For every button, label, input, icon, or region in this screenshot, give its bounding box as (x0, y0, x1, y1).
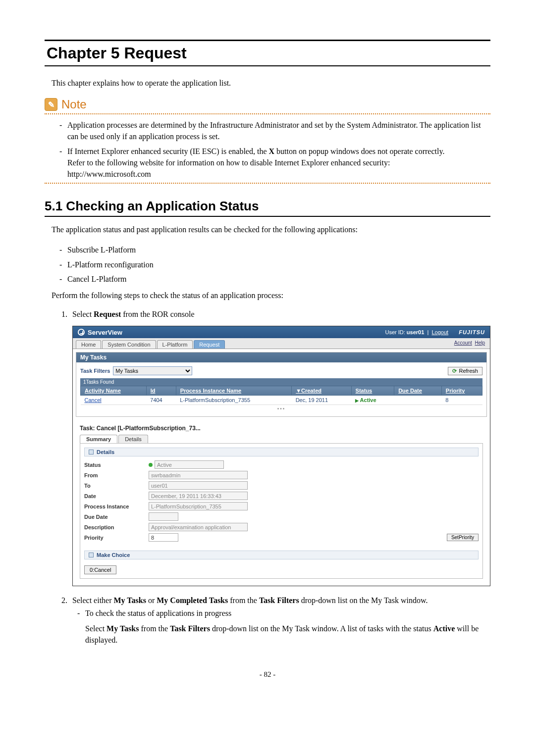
list-item: Cancel L-Platform (59, 273, 490, 285)
tab-details[interactable]: Details (118, 435, 148, 443)
tab-system-condition[interactable]: System Condition (102, 340, 156, 349)
status-dot-icon (149, 463, 153, 467)
status-field (155, 460, 224, 469)
dotted-divider (45, 113, 490, 114)
priority-field[interactable] (149, 533, 178, 542)
serverview-logo-icon (78, 329, 85, 336)
task-detail-title: Task: Cancel [L-PlatformSubscription_73.… (76, 420, 487, 435)
cell-due (394, 396, 442, 405)
col-id[interactable]: Id (146, 386, 176, 396)
section-title: 5.1 Checking an Application Status (45, 199, 490, 217)
chapter-title: Chapter 5 Request (45, 40, 490, 66)
product-name: ServerView (88, 329, 122, 336)
to-label: To (84, 483, 149, 489)
process-instance-label: Process Instance (84, 504, 149, 509)
app-header: ServerView User ID: user01 | Logout FUJI… (73, 326, 490, 338)
cancel-choice-button[interactable]: 0:Cancel (84, 565, 116, 574)
description-label: Description (84, 524, 149, 530)
col-priority[interactable]: Priority (441, 386, 482, 396)
collapse-icon (89, 450, 94, 454)
section-intro: The application status and past applicat… (52, 224, 490, 235)
app-screenshot: ServerView User ID: user01 | Logout FUJI… (72, 326, 490, 586)
dotted-divider (45, 183, 490, 184)
step-item: Select Request from the ROR console Serv… (69, 310, 490, 586)
status-label: Status (84, 462, 149, 468)
cell-id: 7404 (146, 396, 176, 405)
col-status[interactable]: Status (351, 386, 394, 396)
col-created[interactable]: ▼Created (292, 386, 351, 396)
my-tasks-panel: My Tasks Task Filters My Tasks ⟳ Refresh… (76, 352, 487, 417)
col-process[interactable]: Process Instance Name (176, 386, 291, 396)
col-activity[interactable]: Activity Name (81, 386, 147, 396)
due-date-field (149, 512, 178, 521)
tab-l-platform[interactable]: L-Platform (157, 340, 193, 349)
table-row[interactable]: Cancel 7404 L-PlatformSubscription_7355 … (81, 396, 482, 405)
account-link[interactable]: Account (454, 340, 472, 346)
sub-item: To check the status of applications in p… (77, 609, 490, 646)
cell-process: L-PlatformSubscription_7355 (176, 396, 291, 405)
task-filters-label: Task Filters (80, 368, 110, 374)
tab-home[interactable]: Home (76, 340, 101, 349)
tasks-found-bar: 1Tasks Found (80, 378, 482, 386)
page-number: - 82 - (45, 670, 490, 679)
set-priority-button[interactable]: SetPriority (447, 534, 479, 541)
my-tasks-title: My Tasks (76, 353, 486, 362)
task-filters-select[interactable]: My Tasks (113, 366, 192, 375)
help-link[interactable]: Help (475, 340, 485, 346)
logout-link[interactable]: Logout (431, 329, 448, 335)
task-detail-area: Task: Cancel [L-PlatformSubscription_73.… (73, 420, 490, 586)
resize-handle[interactable]: ••• (80, 405, 482, 412)
note-item: Application processes are determined by … (59, 119, 490, 142)
details-section-bar[interactable]: Details (84, 448, 479, 456)
perform-text: Perform the following steps to check the… (52, 290, 490, 301)
status-badge: Active (355, 397, 376, 403)
cell-created: Dec, 19 2011 (292, 396, 351, 405)
description-field (149, 523, 248, 531)
tab-summary[interactable]: Summary (80, 435, 117, 443)
process-instance-field (149, 502, 248, 510)
brand-logo: FUJITSU (459, 329, 485, 335)
date-label: Date (84, 493, 149, 499)
note-item: If Internet Explorer enhanced security (… (59, 146, 490, 180)
tab-request[interactable]: Request (194, 340, 225, 349)
col-due[interactable]: Due Date (394, 386, 442, 396)
note-box: ✎ Note Application processes are determi… (45, 98, 490, 184)
list-item: L-Platform reconfiguration (59, 259, 490, 270)
user-id-value: user01 (407, 329, 424, 335)
from-label: From (84, 472, 149, 478)
collapse-icon (89, 553, 94, 557)
priority-label: Priority (84, 535, 149, 541)
from-field (149, 471, 248, 479)
list-item: Subscribe L-Platform (59, 244, 490, 255)
refresh-button[interactable]: ⟳ Refresh (448, 367, 482, 375)
to-field (149, 481, 248, 490)
refresh-icon: ⟳ (452, 368, 457, 374)
date-field (149, 492, 248, 500)
activity-link[interactable]: Cancel (85, 397, 102, 403)
due-date-label: Due Date (84, 514, 149, 520)
note-label: Note (61, 98, 87, 111)
step-item: Select either My Tasks or My Completed T… (69, 596, 490, 646)
cell-priority: 8 (441, 396, 482, 405)
intro-text: This chapter explains how to operate the… (52, 77, 490, 89)
tasks-table: Activity Name Id Process Instance Name ▼… (80, 386, 482, 405)
main-tabs: Home System Condition L-Platform Request… (73, 338, 490, 349)
note-icon: ✎ (45, 98, 57, 111)
make-choice-section-bar[interactable]: Make Choice (84, 551, 479, 559)
user-id-label: User ID: (385, 329, 405, 335)
